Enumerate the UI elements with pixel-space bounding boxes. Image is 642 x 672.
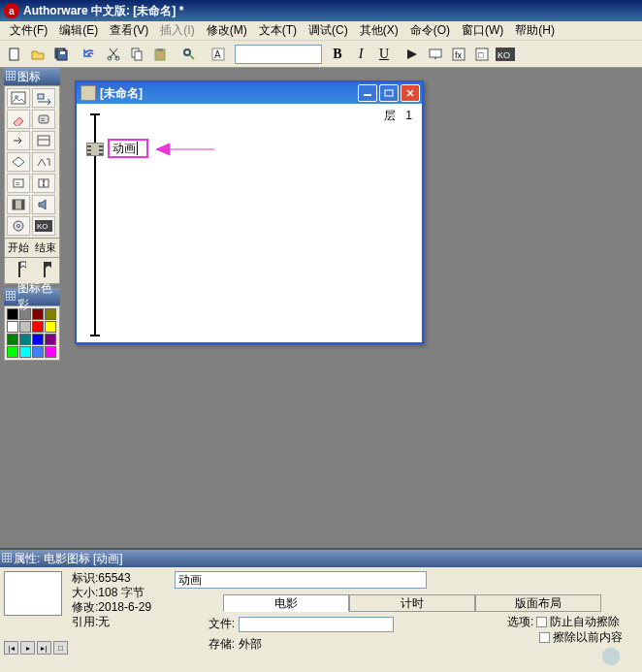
minimize-button[interactable] bbox=[358, 84, 377, 102]
sound-icon[interactable] bbox=[32, 195, 55, 214]
color-swatch[interactable] bbox=[19, 321, 31, 333]
dvd-icon[interactable] bbox=[7, 216, 30, 236]
color-swatch[interactable] bbox=[32, 334, 44, 345]
func-button[interactable]: fx bbox=[448, 44, 469, 65]
menu-edit[interactable]: 编辑(E) bbox=[53, 20, 104, 41]
movie-icon-instance[interactable] bbox=[86, 143, 104, 156]
svg-text:KO: KO bbox=[498, 50, 510, 60]
svg-rect-37 bbox=[21, 200, 24, 209]
close-button[interactable] bbox=[401, 84, 420, 102]
undo-button[interactable] bbox=[80, 44, 101, 65]
layer-num: 1 bbox=[405, 109, 412, 122]
toolbar: A B I U fx □ KO bbox=[0, 41, 642, 68]
frame-first-button[interactable]: |◂ bbox=[4, 641, 18, 655]
watermark-icon bbox=[592, 647, 630, 666]
props-tabs: 电影 计时 版面布局 bbox=[223, 594, 638, 612]
ko-icon[interactable]: KO bbox=[32, 216, 55, 236]
text-style-button[interactable]: A bbox=[208, 44, 229, 65]
layer-label: 层 bbox=[384, 109, 396, 122]
svg-rect-43 bbox=[44, 262, 46, 277]
color-swatch[interactable] bbox=[19, 346, 31, 358]
map-icon[interactable] bbox=[32, 174, 55, 193]
start-flag[interactable] bbox=[11, 260, 28, 281]
frame-extra-button[interactable]: □ bbox=[53, 641, 68, 655]
svg-rect-45 bbox=[385, 90, 393, 96]
flowline-area[interactable]: 层 1 动画 bbox=[77, 104, 422, 342]
color-swatch[interactable] bbox=[45, 346, 56, 358]
menu-cmd[interactable]: 命令(O) bbox=[404, 20, 456, 41]
display-icon[interactable] bbox=[7, 88, 30, 108]
run-button[interactable] bbox=[401, 44, 423, 65]
file-field[interactable] bbox=[239, 617, 394, 632]
icon-name-edit[interactable]: 动画 bbox=[108, 139, 148, 158]
menu-file[interactable]: 文件(F) bbox=[4, 20, 53, 41]
menu-view[interactable]: 查看(V) bbox=[104, 20, 154, 41]
frame-play-button[interactable]: ▸ bbox=[20, 641, 35, 655]
nav-icon[interactable] bbox=[7, 131, 30, 150]
erase-icon[interactable] bbox=[7, 110, 30, 129]
underline-button[interactable]: U bbox=[374, 45, 394, 64]
tab-layout[interactable]: 版面布局 bbox=[475, 594, 601, 612]
design-icon bbox=[80, 85, 96, 101]
properties-title: 属性: 电影图标 [动画] bbox=[0, 550, 642, 567]
copy-button[interactable] bbox=[126, 44, 147, 65]
svg-rect-22 bbox=[12, 92, 25, 104]
menu-other[interactable]: 其他(X) bbox=[354, 20, 404, 41]
new-button[interactable] bbox=[4, 44, 25, 65]
open-button[interactable] bbox=[27, 44, 48, 65]
tab-timing[interactable]: 计时 bbox=[349, 594, 475, 612]
color-swatch[interactable] bbox=[45, 321, 56, 333]
menu-modify[interactable]: 修改(M) bbox=[201, 20, 253, 41]
find-button[interactable] bbox=[178, 44, 200, 65]
design-titlebar[interactable]: [未命名] bbox=[77, 82, 422, 104]
svg-text:=: = bbox=[41, 116, 45, 123]
opt2-checkbox[interactable] bbox=[539, 632, 550, 643]
control-panel-button[interactable] bbox=[425, 44, 446, 65]
colors-title: 图标色彩 bbox=[4, 288, 60, 305]
framework-icon[interactable] bbox=[32, 131, 55, 150]
app-icon: a bbox=[4, 3, 19, 18]
menu-window[interactable]: 窗口(W) bbox=[456, 20, 509, 41]
color-swatch[interactable] bbox=[32, 346, 44, 358]
frame-last-button[interactable]: ▸| bbox=[37, 641, 51, 655]
svg-point-33 bbox=[43, 180, 45, 182]
cut-button[interactable] bbox=[103, 44, 124, 65]
preview-thumbnail[interactable] bbox=[4, 571, 62, 616]
svg-rect-8 bbox=[135, 51, 142, 60]
wait-icon[interactable]: = bbox=[32, 110, 55, 129]
style-combo[interactable] bbox=[235, 45, 322, 64]
palette-title: 图标 bbox=[4, 68, 60, 85]
svg-rect-10 bbox=[157, 48, 163, 51]
bold-button[interactable]: B bbox=[328, 45, 347, 64]
opt1-checkbox[interactable] bbox=[536, 617, 547, 627]
menu-debug[interactable]: 调试(C) bbox=[303, 20, 354, 41]
interaction-icon[interactable] bbox=[32, 152, 55, 172]
end-flag[interactable] bbox=[36, 260, 53, 281]
svg-text:fx: fx bbox=[455, 50, 463, 60]
icon-name-text: 动画 bbox=[112, 141, 136, 157]
workarea: 图标 = = KO 开始 结束 图标色彩 bbox=[0, 68, 642, 548]
save-all-button[interactable] bbox=[50, 44, 72, 65]
paste-button[interactable] bbox=[149, 44, 171, 65]
color-swatch[interactable] bbox=[7, 346, 18, 358]
flowline-start bbox=[90, 113, 100, 115]
ko-button[interactable]: KO bbox=[495, 44, 516, 65]
color-swatch[interactable] bbox=[7, 334, 18, 345]
menu-help[interactable]: 帮助(H) bbox=[509, 20, 561, 41]
svg-rect-24 bbox=[38, 94, 44, 99]
svg-point-34 bbox=[43, 184, 45, 186]
calc-icon[interactable]: = bbox=[7, 174, 30, 193]
italic-button[interactable]: I bbox=[351, 45, 370, 64]
color-swatch[interactable] bbox=[7, 321, 18, 333]
color-swatch[interactable] bbox=[19, 334, 31, 345]
var-button[interactable]: □ bbox=[471, 44, 493, 65]
color-swatch[interactable] bbox=[32, 321, 44, 333]
decision-icon[interactable] bbox=[7, 152, 30, 172]
menu-text[interactable]: 文本(T) bbox=[253, 20, 303, 41]
maximize-button[interactable] bbox=[379, 84, 399, 102]
motion-icon[interactable] bbox=[32, 88, 55, 108]
movie-icon[interactable] bbox=[7, 195, 30, 214]
color-swatch[interactable] bbox=[45, 334, 56, 345]
icon-name-field[interactable] bbox=[175, 571, 427, 589]
tab-movie[interactable]: 电影 bbox=[223, 594, 349, 612]
